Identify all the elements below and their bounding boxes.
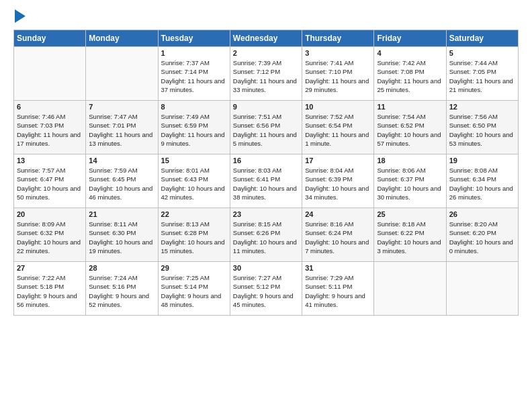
calendar-cell: 15Sunrise: 8:01 AMSunset: 6:43 PMDayligh… xyxy=(158,154,230,208)
day-detail-line: Daylight: 10 hours and 15 minutes. xyxy=(161,238,225,255)
day-content: Sunrise: 8:09 AMSunset: 6:32 PMDaylight:… xyxy=(17,220,83,255)
day-detail-line: Sunset: 6:41 PM xyxy=(233,175,280,183)
day-detail-line: Sunrise: 8:04 AM xyxy=(305,167,353,174)
calendar-cell: 21Sunrise: 8:11 AMSunset: 6:30 PMDayligh… xyxy=(86,208,158,262)
day-detail-line: Sunrise: 7:49 AM xyxy=(161,113,210,120)
day-content: Sunrise: 7:25 AMSunset: 5:14 PMDaylight:… xyxy=(161,273,227,309)
day-detail-line: Daylight: 9 hours and 41 minutes. xyxy=(305,292,365,308)
day-detail-line: Sunset: 5:14 PM xyxy=(161,283,208,290)
day-detail-line: Daylight: 10 hours and 7 minutes. xyxy=(305,238,369,255)
day-detail-line: Sunset: 6:34 PM xyxy=(449,175,496,183)
day-content: Sunrise: 7:56 AMSunset: 6:50 PMDaylight:… xyxy=(449,112,515,148)
day-number: 23 xyxy=(233,210,299,218)
day-detail-line: Sunset: 6:37 PM xyxy=(377,175,424,183)
day-number: 24 xyxy=(305,210,371,218)
day-content: Sunrise: 8:16 AMSunset: 6:24 PMDaylight:… xyxy=(305,220,371,255)
calendar-cell xyxy=(446,262,518,316)
day-content: Sunrise: 7:41 AMSunset: 7:10 PMDaylight:… xyxy=(305,58,371,94)
calendar-cell: 31Sunrise: 7:29 AMSunset: 5:11 PMDayligh… xyxy=(302,262,374,316)
day-detail-line: Sunrise: 8:18 AM xyxy=(377,220,425,228)
day-detail-line: Sunrise: 7:29 AM xyxy=(305,274,353,281)
day-content: Sunrise: 7:37 AMSunset: 7:14 PMDaylight:… xyxy=(161,58,227,94)
week-row-5: 27Sunrise: 7:22 AMSunset: 5:18 PMDayligh… xyxy=(14,262,519,316)
day-detail-line: Daylight: 11 hours and 1 minute. xyxy=(305,131,369,147)
day-detail-line: Sunset: 7:12 PM xyxy=(233,68,280,75)
day-detail-line: Sunrise: 7:37 AM xyxy=(161,59,210,66)
calendar-cell: 4Sunrise: 7:42 AMSunset: 7:08 PMDaylight… xyxy=(374,47,446,101)
day-number: 31 xyxy=(305,264,371,272)
calendar-cell: 12Sunrise: 7:56 AMSunset: 6:50 PMDayligh… xyxy=(446,101,518,154)
day-content: Sunrise: 8:15 AMSunset: 6:26 PMDaylight:… xyxy=(233,220,299,255)
day-detail-line: Sunrise: 8:13 AM xyxy=(161,220,210,228)
header xyxy=(13,11,519,23)
header-cell-saturday: Saturday xyxy=(446,30,518,47)
day-number: 29 xyxy=(161,264,227,272)
calendar-cell: 13Sunrise: 7:57 AMSunset: 6:47 PMDayligh… xyxy=(14,154,86,208)
day-number: 6 xyxy=(17,103,83,111)
calendar-cell: 17Sunrise: 8:04 AMSunset: 6:39 PMDayligh… xyxy=(302,154,374,208)
day-content: Sunrise: 8:08 AMSunset: 6:34 PMDaylight:… xyxy=(449,166,515,201)
calendar-cell: 10Sunrise: 7:52 AMSunset: 6:54 PMDayligh… xyxy=(302,101,374,154)
calendar-cell: 28Sunrise: 7:24 AMSunset: 5:16 PMDayligh… xyxy=(86,262,158,316)
day-detail-line: Daylight: 11 hours and 13 minutes. xyxy=(89,131,152,147)
day-content: Sunrise: 7:44 AMSunset: 7:05 PMDaylight:… xyxy=(449,58,515,94)
day-number: 20 xyxy=(17,210,83,218)
day-number: 9 xyxy=(233,103,299,111)
day-detail-line: Sunrise: 7:41 AM xyxy=(305,59,353,66)
day-detail-line: Sunrise: 7:47 AM xyxy=(89,113,137,120)
day-detail-line: Daylight: 10 hours and 30 minutes. xyxy=(377,185,441,201)
day-detail-line: Sunrise: 7:25 AM xyxy=(161,274,210,281)
day-content: Sunrise: 7:54 AMSunset: 6:52 PMDaylight:… xyxy=(377,112,443,148)
week-row-4: 20Sunrise: 8:09 AMSunset: 6:32 PMDayligh… xyxy=(14,208,519,262)
day-detail-line: Daylight: 11 hours and 37 minutes. xyxy=(161,77,225,93)
day-number: 25 xyxy=(377,210,443,218)
day-number: 22 xyxy=(161,210,227,218)
day-number: 14 xyxy=(89,156,154,165)
day-detail-line: Sunset: 6:52 PM xyxy=(377,122,424,129)
day-detail-line: Daylight: 11 hours and 33 minutes. xyxy=(233,77,297,93)
day-number: 17 xyxy=(305,156,371,165)
day-number: 2 xyxy=(233,49,299,57)
day-detail-line: Sunset: 6:30 PM xyxy=(89,229,136,236)
day-detail-line: Sunset: 7:10 PM xyxy=(305,68,352,75)
day-number: 28 xyxy=(89,264,154,272)
day-content: Sunrise: 8:03 AMSunset: 6:41 PMDaylight:… xyxy=(233,166,299,201)
calendar-cell: 18Sunrise: 8:06 AMSunset: 6:37 PMDayligh… xyxy=(374,154,446,208)
day-detail-line: Sunset: 7:14 PM xyxy=(161,68,208,75)
day-detail-line: Sunrise: 7:27 AM xyxy=(233,274,281,281)
day-content: Sunrise: 8:13 AMSunset: 6:28 PMDaylight:… xyxy=(161,220,227,255)
day-number: 8 xyxy=(161,103,227,111)
calendar-cell: 8Sunrise: 7:49 AMSunset: 6:59 PMDaylight… xyxy=(158,101,230,154)
day-number: 12 xyxy=(449,103,515,111)
calendar-cell: 1Sunrise: 7:37 AMSunset: 7:14 PMDaylight… xyxy=(158,47,230,101)
calendar-cell: 29Sunrise: 7:25 AMSunset: 5:14 PMDayligh… xyxy=(158,262,230,316)
header-cell-sunday: Sunday xyxy=(14,30,86,47)
header-cell-wednesday: Wednesday xyxy=(230,30,302,47)
day-detail-line: Sunset: 6:45 PM xyxy=(89,175,136,183)
day-detail-line: Sunset: 6:56 PM xyxy=(233,122,280,129)
day-detail-line: Sunrise: 7:39 AM xyxy=(233,59,281,66)
day-detail-line: Sunrise: 7:22 AM xyxy=(17,274,65,281)
day-detail-line: Sunrise: 8:16 AM xyxy=(305,220,353,228)
calendar-cell: 5Sunrise: 7:44 AMSunset: 7:05 PMDaylight… xyxy=(446,47,518,101)
day-content: Sunrise: 7:46 AMSunset: 7:03 PMDaylight:… xyxy=(17,112,83,148)
day-content: Sunrise: 7:42 AMSunset: 7:08 PMDaylight:… xyxy=(377,58,443,94)
week-row-1: 1Sunrise: 7:37 AMSunset: 7:14 PMDaylight… xyxy=(14,47,519,101)
day-detail-line: Sunrise: 8:08 AM xyxy=(449,167,498,174)
day-detail-line: Sunrise: 7:42 AM xyxy=(377,59,425,66)
day-detail-line: Daylight: 11 hours and 17 minutes. xyxy=(17,131,81,147)
day-detail-line: Daylight: 10 hours and 46 minutes. xyxy=(89,185,152,201)
day-detail-line: Daylight: 10 hours and 0 minutes. xyxy=(449,238,513,255)
calendar-cell: 22Sunrise: 8:13 AMSunset: 6:28 PMDayligh… xyxy=(158,208,230,262)
day-number: 11 xyxy=(377,103,443,111)
day-detail-line: Daylight: 11 hours and 5 minutes. xyxy=(233,131,297,147)
day-detail-line: Sunrise: 7:46 AM xyxy=(17,113,65,120)
day-detail-line: Daylight: 10 hours and 34 minutes. xyxy=(305,185,369,201)
day-detail-line: Sunrise: 7:51 AM xyxy=(233,113,281,120)
logo xyxy=(13,11,26,23)
day-detail-line: Sunset: 6:43 PM xyxy=(161,175,208,183)
day-detail-line: Daylight: 10 hours and 50 minutes. xyxy=(17,185,81,201)
calendar-cell xyxy=(86,47,158,101)
day-content: Sunrise: 8:01 AMSunset: 6:43 PMDaylight:… xyxy=(161,166,227,201)
calendar-table: SundayMondayTuesdayWednesdayThursdayFrid… xyxy=(13,30,519,316)
